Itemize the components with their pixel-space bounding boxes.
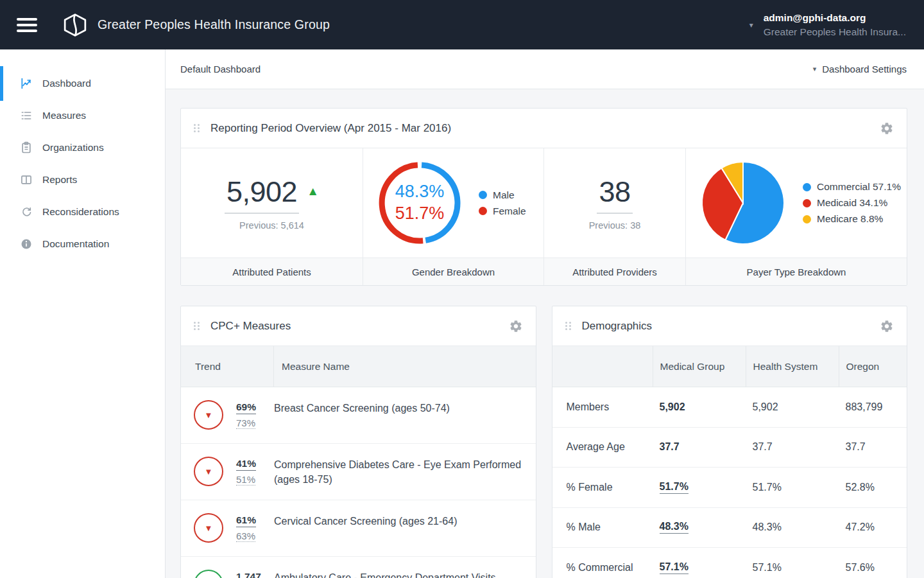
- health-system-value: 57.1%: [746, 562, 839, 574]
- patients-previous: Previous: 5,614: [225, 220, 319, 231]
- female-percent: 51.7%: [395, 203, 445, 225]
- dashboard-settings-label: Dashboard Settings: [822, 64, 907, 74]
- user-menu-caret-icon[interactable]: ▾: [749, 21, 753, 30]
- cpc-table-header: Trend Measure Name: [181, 346, 536, 387]
- column-header-oregon: Oregon: [839, 346, 907, 387]
- gear-icon[interactable]: [880, 121, 894, 136]
- sidebar: Dashboard Measures Organizations Reports…: [0, 49, 166, 578]
- medical-group-value[interactable]: 57.1%: [660, 561, 689, 574]
- overview-panel-header: Reporting Period Overview (Apr 2015 - Ma…: [181, 109, 907, 148]
- cpc-panel-header: CPC+ Measures: [181, 306, 536, 346]
- row-label: Members: [552, 401, 653, 413]
- table-row: % Commercial 57.1% 57.1% 57.6%: [552, 548, 907, 578]
- column-header-blank: [552, 346, 653, 387]
- line-chart-icon: [20, 77, 33, 90]
- sidebar-item-label: Reconsiderations: [42, 206, 119, 218]
- medical-group-value: 37.7: [660, 441, 680, 453]
- list-icon: [20, 109, 33, 122]
- sidebar-item-organizations[interactable]: Organizations: [0, 132, 165, 164]
- measure-current-value[interactable]: 61%: [236, 514, 256, 527]
- table-row: ▼ 61% 63% Cervical Cancer Screening (age…: [181, 500, 536, 557]
- card-label: Attributed Providers: [544, 258, 685, 285]
- demographics-panel: Demographics Medical Group Health System…: [552, 306, 908, 578]
- trend-down-icon: ▼: [205, 467, 213, 477]
- measure-current-value[interactable]: 69%: [236, 401, 256, 414]
- providers-previous: Previous: 38: [589, 220, 641, 231]
- trend-down-badge: ▼: [194, 513, 223, 543]
- health-system-value: 37.7: [746, 441, 839, 453]
- sidebar-item-label: Measures: [42, 110, 86, 121]
- medicaid-dot-icon: [803, 199, 811, 207]
- legend-label: Medicaid 34.1%: [817, 197, 887, 209]
- male-percent: 48.3%: [395, 181, 445, 203]
- column-header-medical-group: Medical Group: [653, 346, 746, 387]
- drag-handle-icon[interactable]: [565, 322, 571, 330]
- user-email: admin@gphi-data.org: [764, 11, 906, 25]
- oregon-value: 37.7: [839, 441, 907, 453]
- table-row: ▲ 1,747 Ambulatory Care - Emergency Depa…: [181, 557, 536, 578]
- gender-legend: Male Female: [479, 189, 526, 217]
- card-attributed-patients: 5,902 ▲ Previous: 5,614 Attributed Patie…: [181, 148, 363, 285]
- measure-previous-value[interactable]: 73%: [236, 417, 255, 429]
- sidebar-item-reconsiderations[interactable]: Reconsiderations: [0, 196, 165, 228]
- measure-name: Breast Cancer Screening (ages 50-74): [274, 400, 523, 430]
- legend-item-commercial: Commercial 57.1%: [803, 181, 901, 193]
- drag-handle-icon[interactable]: [194, 322, 200, 330]
- breadcrumb: Default Dashboard: [180, 64, 261, 74]
- gender-donut-chart: 48.3% 51.7%: [377, 161, 462, 245]
- demographics-panel-header: Demographics: [552, 306, 907, 346]
- card-attributed-providers: 38 Previous: 38 Attributed Providers: [544, 148, 686, 285]
- app-logo-icon: [63, 13, 87, 37]
- dashboard-content: Reporting Period Overview (Apr 2015 - Ma…: [166, 89, 924, 578]
- sidebar-item-label: Documentation: [42, 238, 109, 250]
- trend-down-badge: ▼: [194, 457, 223, 486]
- refresh-icon: [20, 206, 33, 218]
- medicare-dot-icon: [803, 215, 811, 223]
- health-system-value: 5,902: [746, 401, 839, 413]
- dashboard-settings-button[interactable]: ▾ Dashboard Settings: [813, 64, 907, 74]
- measure-current-value[interactable]: 1,747: [236, 571, 261, 578]
- trend-up-icon: ▲: [307, 184, 319, 198]
- sidebar-item-reports[interactable]: Reports: [0, 164, 165, 196]
- drag-handle-icon[interactable]: [194, 124, 200, 132]
- card-label: Attributed Patients: [181, 258, 363, 285]
- row-label: Average Age: [552, 441, 653, 453]
- measure-previous-value[interactable]: 51%: [236, 474, 255, 486]
- sidebar-item-measures[interactable]: Measures: [0, 100, 165, 132]
- column-header-health-system: Health System: [746, 346, 839, 387]
- sidebar-item-label: Dashboard: [42, 78, 91, 89]
- table-row: ▼ 41% 51% Comprehensive Diabetes Care - …: [181, 444, 536, 500]
- gear-icon[interactable]: [880, 319, 894, 333]
- panel-title: Demographics: [582, 320, 653, 333]
- column-header-measure-name: Measure Name: [274, 346, 536, 387]
- trend-down-icon: ▼: [205, 523, 213, 533]
- medical-group-value[interactable]: 48.3%: [660, 521, 689, 534]
- measure-previous-value[interactable]: 63%: [236, 530, 255, 542]
- oregon-value: 47.2%: [839, 521, 907, 533]
- medical-group-value[interactable]: 51.7%: [660, 481, 689, 494]
- measure-name: Comprehensive Diabetes Care - Eye Exam P…: [274, 457, 523, 487]
- panel-title: CPC+ Measures: [210, 320, 291, 333]
- info-icon: [20, 238, 33, 250]
- user-menu[interactable]: admin@gphi-data.org Greater Peoples Heal…: [764, 11, 906, 39]
- card-gender-breakdown: 48.3% 51.7% Male Female: [363, 148, 544, 285]
- row-label: % Female: [552, 482, 653, 493]
- gear-icon[interactable]: [509, 319, 523, 333]
- providers-value[interactable]: 38: [597, 175, 632, 214]
- table-row: Average Age 37.7 37.7 37.7: [552, 428, 907, 468]
- legend-item-medicaid: Medicaid 34.1%: [803, 197, 901, 209]
- panel-title: Reporting Period Overview (Apr 2015 - Ma…: [210, 122, 451, 135]
- patients-value[interactable]: 5,902: [225, 175, 299, 214]
- table-row: ▼ 69% 73% Breast Cancer Screening (ages …: [181, 387, 536, 444]
- overview-panel: Reporting Period Overview (Apr 2015 - Ma…: [180, 108, 907, 286]
- sidebar-item-dashboard[interactable]: Dashboard: [0, 67, 165, 100]
- column-header-trend: Trend: [181, 346, 274, 387]
- legend-label: Commercial 57.1%: [817, 181, 901, 193]
- demographics-table-header: Medical Group Health System Oregon: [552, 346, 907, 387]
- menu-icon[interactable]: [17, 18, 37, 32]
- measure-current-value[interactable]: 41%: [236, 458, 256, 471]
- oregon-value: 883,799: [839, 401, 907, 413]
- trend-down-badge: ▼: [194, 400, 223, 430]
- legend-item-male: Male: [479, 189, 526, 201]
- sidebar-item-documentation[interactable]: Documentation: [0, 228, 165, 260]
